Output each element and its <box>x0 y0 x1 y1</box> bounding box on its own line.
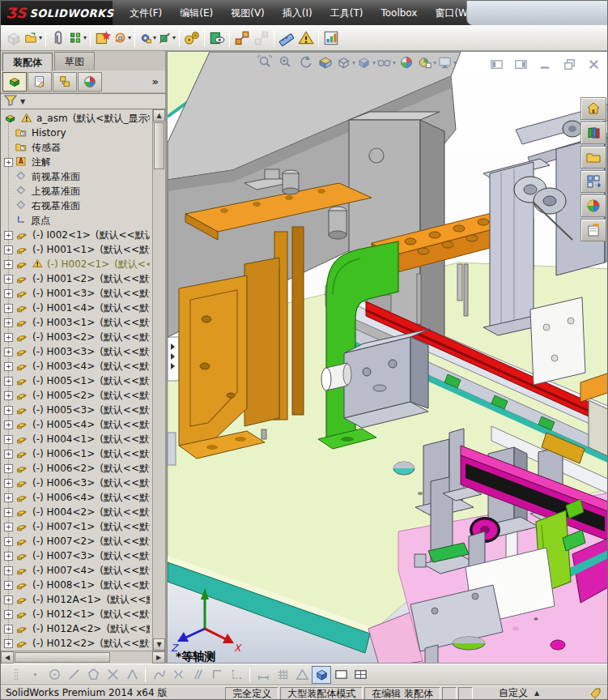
property-manager-icon[interactable] <box>28 72 52 92</box>
tag-icon[interactable] <box>589 687 602 700</box>
graphics-viewport[interactable]: X Z ▾▾▾▾▾ *等轴测 <box>167 51 608 664</box>
tree-component-H0014[interactable]: +(-) H001<4>(默认<<默认 <box>2 301 150 315</box>
feature-manager-icon[interactable] <box>2 72 27 92</box>
hide-show-items-icon[interactable]: ▾ <box>376 53 396 71</box>
tree-folder-2[interactable]: +A注解 <box>2 155 150 169</box>
tree-component-H0121[interactable]: +(-) H012<1>(默认<<默认 <box>2 607 150 621</box>
tree-component-H0033[interactable]: +(-) H003<3>(默认<<默认 <box>2 344 150 359</box>
menu-item-4[interactable]: 工具(T) <box>321 1 372 25</box>
tree-component-H0061[interactable]: +(-) H006<1>(默认<<默认 <box>2 446 150 461</box>
component-pattern-button[interactable]: ▾ <box>68 28 87 49</box>
tree-component-H0042[interactable]: +(-) H004<2>(默认<<默认 <box>2 505 150 519</box>
appearances-scenes-icon[interactable] <box>580 194 606 217</box>
tree-component-H0031[interactable]: +(-) H003<1>(默认<<默认 <box>2 315 150 330</box>
parallel-icon[interactable] <box>188 666 207 684</box>
panel-tab-0[interactable]: 装配体 <box>2 53 53 71</box>
doc-close-icon[interactable] <box>584 55 603 73</box>
interference-detection-button[interactable] <box>296 28 316 49</box>
tree-component-I0021[interactable]: +(-) I002<1>(默认<<默认 <box>2 228 150 242</box>
panel-tab-1[interactable]: 草图 <box>54 52 95 70</box>
view-palette-icon[interactable] <box>580 170 606 193</box>
tree-root-assembly[interactable]: a_asm(默认<默认_显示状 <box>2 111 150 126</box>
show-hidden-components-button[interactable] <box>207 28 227 49</box>
pane-left-icon[interactable] <box>487 55 506 73</box>
design-library-icon[interactable] <box>580 122 606 144</box>
previous-view-icon[interactable] <box>295 53 315 71</box>
view-orientation-icon[interactable]: ▾ <box>336 53 355 71</box>
mate-button[interactable] <box>49 28 68 49</box>
mirror-icon[interactable] <box>168 666 188 684</box>
tree-folder-1[interactable]: 传感器 <box>2 140 150 155</box>
view-settings-icon[interactable]: ▾ <box>437 53 457 71</box>
tree-horizontal-scrollbar[interactable]: ◀ ▶ <box>1 651 165 664</box>
tree-component-H0081[interactable]: +(-) H008<1>(默认<<默认 <box>2 578 150 592</box>
file-explorer-icon[interactable] <box>580 146 606 169</box>
tree-component-H0011[interactable]: +(-) H001<1>(默认<<默认 <box>2 242 150 257</box>
menu-item-3[interactable]: 插入(I) <box>274 1 321 25</box>
shaded-cube-icon[interactable] <box>312 666 331 684</box>
hscroll-thumb[interactable] <box>15 652 110 663</box>
tree-component-H0063[interactable]: +(-) H006<3>(默认<<默认 <box>2 476 150 490</box>
caret-down-icon[interactable] <box>500 5 517 21</box>
tree-plane-1[interactable]: 上视基准面 <box>2 184 150 198</box>
doc-restore-icon[interactable] <box>559 55 579 73</box>
apply-scene-icon[interactable]: ▾ <box>417 53 436 71</box>
relations-icon[interactable] <box>292 666 312 684</box>
tree-component-H0052[interactable]: +(-) H005<2>(默认<<默认 <box>2 388 150 403</box>
tree-component-H0034[interactable]: +(-) H003<4>(默认<<默认 <box>2 359 150 373</box>
assembly-features-button[interactable]: ▾ <box>138 28 157 49</box>
zoom-to-fit-icon[interactable] <box>255 53 274 71</box>
open-part-button[interactable]: ▾ <box>23 28 43 49</box>
drag-handle-icon[interactable] <box>6 666 25 684</box>
viewport-3d-scene[interactable]: X Z <box>168 52 608 664</box>
caret-down-icon[interactable] <box>536 5 552 21</box>
tree-plane-2[interactable]: 右视基准面 <box>2 198 150 213</box>
tree-component-H0053[interactable]: +(-) H005<3>(默认<<默认 <box>2 403 150 417</box>
tree-plane-0[interactable]: 前视基准面 <box>2 169 150 184</box>
zoom-to-area-icon[interactable] <box>275 53 295 71</box>
tree-component-H0054[interactable]: +(-) H005<4>(默认<<默认 <box>2 417 150 432</box>
help-icon[interactable] <box>518 5 534 21</box>
tree-component-H012A2[interactable]: +(-) H012A<2>(默认<<默认 <box>2 621 150 636</box>
polygon-icon[interactable] <box>83 666 103 684</box>
menu-item-0[interactable]: 文件(F) <box>121 1 171 25</box>
circle-icon[interactable] <box>45 666 64 684</box>
part-white-plate[interactable] <box>530 297 585 385</box>
scroll-left-button[interactable]: ◀ <box>1 651 14 664</box>
doc-minimize-icon[interactable] <box>535 55 555 73</box>
display-manager-icon[interactable] <box>78 72 102 92</box>
tree-vertical-scrollbar[interactable]: ▲ ▼ <box>152 109 165 651</box>
measure-button[interactable] <box>277 28 296 49</box>
filter-caret-icon[interactable]: ▼ <box>20 98 25 105</box>
status-custom-dropdown[interactable]: 自定义▲ <box>474 687 563 700</box>
corner-rectangle-icon[interactable] <box>207 666 227 684</box>
scroll-thumb[interactable] <box>154 122 164 169</box>
tree-component-H0013[interactable]: +(-) H001<3>(默认<<默认 <box>2 286 150 301</box>
assembly-visualization-button[interactable] <box>321 28 341 49</box>
tree-folder-0[interactable]: History <box>2 126 150 140</box>
angle-icon[interactable] <box>122 666 142 684</box>
minimize-icon[interactable] <box>554 5 570 21</box>
multi-view-icon[interactable] <box>351 666 370 684</box>
point-icon[interactable] <box>25 666 45 684</box>
tree-origin[interactable]: 原点 <box>2 213 150 228</box>
tree-component-H0122[interactable]: +(-) H012<2>(默认<<默认 <box>2 636 150 651</box>
resources-home-icon[interactable] <box>580 97 606 120</box>
tree-component-H0073[interactable]: +(-) H007<3>(默认<<默认 <box>2 548 150 563</box>
explode-line-sketch-button[interactable] <box>252 28 271 49</box>
smart-fasteners-button[interactable] <box>93 28 113 49</box>
tree-component-H012A1[interactable]: +(-) H012A<1>(默认<<默认 <box>2 592 150 607</box>
pane-right-icon[interactable] <box>511 55 530 73</box>
grid-icon[interactable] <box>273 666 292 684</box>
custom-properties-icon[interactable] <box>580 219 606 241</box>
tree-component-H0051[interactable]: +(-) H005<1>(默认<<默认 <box>2 373 150 388</box>
trim-icon[interactable] <box>103 666 122 684</box>
tree-component-H0072[interactable]: +(-) H007<2>(默认<<默认 <box>2 534 150 548</box>
tree-component-H0032[interactable]: +(-) H003<2>(默认<<默认 <box>2 330 150 344</box>
menu-item-2[interactable]: 视图(V) <box>222 1 274 25</box>
exploded-view-button[interactable] <box>232 28 252 49</box>
menu-item-5[interactable]: Toolbox <box>372 1 426 25</box>
tree-component-H0062[interactable]: +(-) H006<2>(默认<<默认 <box>2 461 150 476</box>
tree-component-H0012[interactable]: +(-) H001<2>(默认<<默认 <box>2 271 150 286</box>
tree-component-H0074[interactable]: +(-) H007<4>(默认<<默认 <box>2 563 150 578</box>
